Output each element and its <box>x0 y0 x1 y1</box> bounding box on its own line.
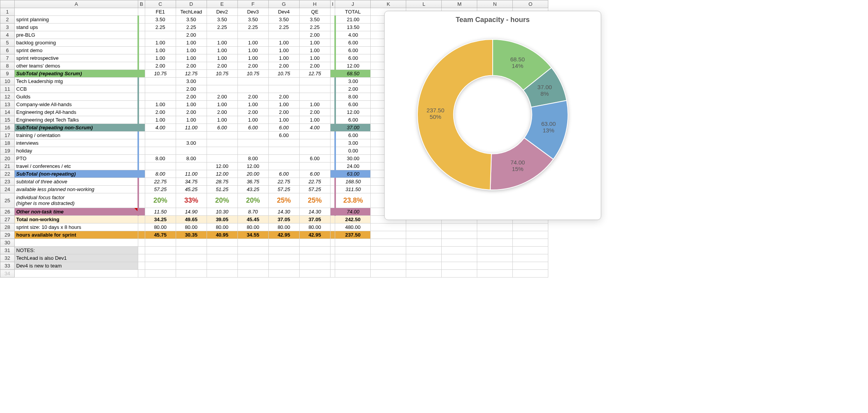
cell-B22[interactable] <box>138 170 145 178</box>
row-header-28[interactable]: 28 <box>0 223 15 231</box>
cell-E11[interactable] <box>207 85 237 93</box>
cell-H25[interactable]: 25% <box>299 193 330 208</box>
cell-J32[interactable] <box>335 254 371 262</box>
cell-J8[interactable]: 12.00 <box>335 62 371 70</box>
cell-N30[interactable] <box>477 239 513 247</box>
row-header-33[interactable]: 33 <box>0 262 15 270</box>
cell-A25[interactable]: individual focus factor(higher is more d… <box>15 193 138 208</box>
cell-D21[interactable] <box>176 162 207 170</box>
cell-F17[interactable] <box>237 132 268 139</box>
cell-J3[interactable]: 13.50 <box>335 24 371 31</box>
cell-B21[interactable] <box>138 162 145 170</box>
cell-I13[interactable] <box>330 101 335 108</box>
cell-J7[interactable]: 6.00 <box>335 54 371 62</box>
cell-B14[interactable] <box>138 108 145 116</box>
cell-D12[interactable]: 2.00 <box>176 93 207 101</box>
cell-E2[interactable]: 3.50 <box>207 16 237 24</box>
cell-B7[interactable] <box>138 54 145 62</box>
cell-J29[interactable]: 237.50 <box>335 231 371 239</box>
cell-K33[interactable] <box>371 262 406 270</box>
cell-G29[interactable]: 42.95 <box>268 231 299 239</box>
cell-D10[interactable]: 3.00 <box>176 78 207 85</box>
column-header-J[interactable]: J <box>335 0 371 8</box>
cell-K28[interactable] <box>371 223 406 231</box>
cell-E33[interactable] <box>207 262 237 270</box>
cell-B5[interactable] <box>138 39 145 47</box>
cell-G27[interactable]: 37.05 <box>268 216 299 223</box>
row-header-26[interactable]: 26 <box>0 208 15 216</box>
cell-H26[interactable]: 14.30 <box>299 208 330 216</box>
row-header-32[interactable]: 32 <box>0 254 15 262</box>
cell-H7[interactable]: 1.00 <box>299 54 330 62</box>
cell-C21[interactable] <box>145 162 176 170</box>
row-header-29[interactable]: 29 <box>0 231 15 239</box>
cell-E1[interactable]: Dev2 <box>207 8 237 16</box>
cell-B29[interactable] <box>138 231 145 239</box>
cell-F31[interactable] <box>237 247 268 254</box>
cell-I7[interactable] <box>330 54 335 62</box>
cell-J16[interactable]: 37.00 <box>335 124 371 132</box>
cell-H29[interactable]: 42.95 <box>299 231 330 239</box>
cell-G30[interactable] <box>268 239 299 247</box>
cell-D34[interactable] <box>176 270 207 278</box>
cell-C32[interactable] <box>145 254 176 262</box>
cell-B11[interactable] <box>138 85 145 93</box>
cell-J22[interactable]: 63.00 <box>335 170 371 178</box>
cell-H2[interactable]: 3.50 <box>299 16 330 24</box>
cell-I26[interactable] <box>330 208 335 216</box>
cell-I14[interactable] <box>330 108 335 116</box>
cell-B30[interactable] <box>138 239 145 247</box>
cell-C12[interactable] <box>145 93 176 101</box>
cell-G7[interactable]: 1.00 <box>268 54 299 62</box>
cell-E30[interactable] <box>207 239 237 247</box>
cell-D6[interactable]: 1.00 <box>176 47 207 54</box>
cell-E23[interactable]: 28.75 <box>207 178 237 186</box>
cell-G8[interactable]: 2.00 <box>268 62 299 70</box>
cell-G13[interactable]: 1.00 <box>268 101 299 108</box>
cell-D3[interactable]: 2.25 <box>176 24 207 31</box>
cell-N28[interactable] <box>477 223 513 231</box>
cell-C28[interactable]: 80.00 <box>145 223 176 231</box>
cell-A4[interactable]: pre-BLG <box>15 31 138 39</box>
cell-D18[interactable]: 3.00 <box>176 139 207 147</box>
cell-B23[interactable] <box>138 178 145 186</box>
column-header-I[interactable]: I <box>330 0 335 8</box>
cell-G26[interactable]: 14.30 <box>268 208 299 216</box>
cell-C3[interactable]: 2.25 <box>145 24 176 31</box>
cell-D31[interactable] <box>176 247 207 254</box>
cell-I24[interactable] <box>330 186 335 193</box>
cell-H11[interactable] <box>299 85 330 93</box>
cell-B9[interactable] <box>138 70 145 78</box>
cell-D33[interactable] <box>176 262 207 270</box>
cell-L34[interactable] <box>406 270 442 278</box>
cell-D22[interactable]: 11.00 <box>176 170 207 178</box>
cell-J15[interactable]: 6.00 <box>335 116 371 124</box>
cell-J33[interactable] <box>335 262 371 270</box>
cell-L33[interactable] <box>406 262 442 270</box>
cell-F9[interactable]: 10.75 <box>237 70 268 78</box>
row-header-21[interactable]: 21 <box>0 162 15 170</box>
cell-F22[interactable]: 20.00 <box>237 170 268 178</box>
cell-B18[interactable] <box>138 139 145 147</box>
cell-A10[interactable]: Tech Leadership mtg <box>15 78 138 85</box>
cell-G24[interactable]: 57.25 <box>268 186 299 193</box>
cell-A31[interactable]: NOTES: <box>15 247 138 254</box>
cell-B1[interactable] <box>138 8 145 16</box>
cell-I19[interactable] <box>330 147 335 155</box>
cell-H4[interactable]: 2.00 <box>299 31 330 39</box>
cell-E18[interactable] <box>207 139 237 147</box>
cell-B31[interactable] <box>138 247 145 254</box>
cell-C29[interactable]: 45.75 <box>145 231 176 239</box>
cell-F26[interactable]: 8.70 <box>237 208 268 216</box>
row-header-7[interactable]: 7 <box>0 54 15 62</box>
cell-C16[interactable]: 4.00 <box>145 124 176 132</box>
cell-C14[interactable]: 2.00 <box>145 108 176 116</box>
cell-B19[interactable] <box>138 147 145 155</box>
cell-F16[interactable]: 6.00 <box>237 124 268 132</box>
row-header-9[interactable]: 9 <box>0 70 15 78</box>
cell-B33[interactable] <box>138 262 145 270</box>
cell-D15[interactable]: 1.00 <box>176 116 207 124</box>
cell-C11[interactable] <box>145 85 176 93</box>
cell-E22[interactable]: 12.00 <box>207 170 237 178</box>
cell-G33[interactable] <box>268 262 299 270</box>
